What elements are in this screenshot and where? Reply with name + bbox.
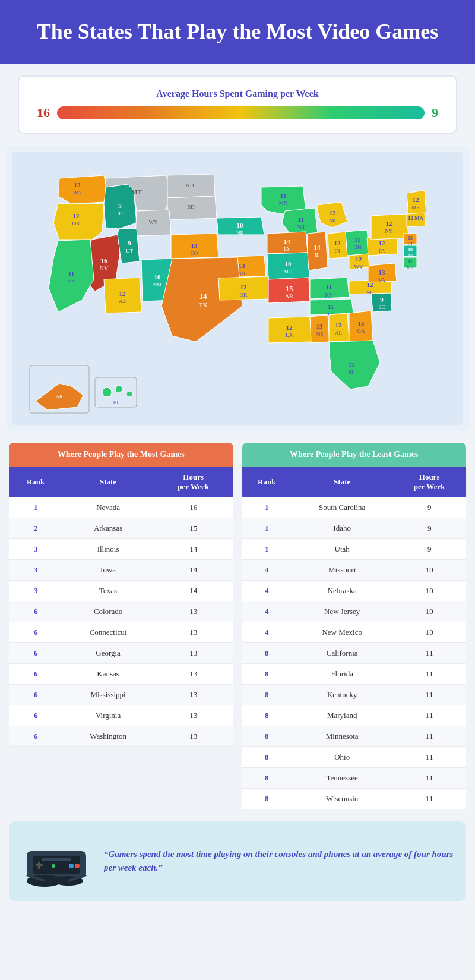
hours-cell: 14	[154, 580, 233, 601]
rank-cell: 4	[242, 601, 292, 622]
svg-text:GA: GA	[357, 328, 365, 334]
console-svg	[21, 833, 92, 887]
table-row: 1Idaho9	[242, 518, 467, 538]
hours-cell: 11	[392, 642, 466, 663]
most-games-table-block: Where People Play the Most Games Rank St…	[9, 443, 233, 809]
svg-text:11: 11	[326, 283, 332, 291]
svg-marker-1	[58, 175, 107, 204]
rank-cell: 3	[9, 538, 62, 559]
rank-cell: 8	[242, 705, 292, 726]
state-cell: Illinois	[62, 538, 154, 559]
svg-text:OK: OK	[240, 292, 248, 298]
svg-text:WI: WI	[297, 224, 305, 230]
table-row: 1South Carolina9	[242, 497, 467, 518]
rank-cell: 6	[9, 684, 62, 705]
svg-text:NV: NV	[100, 265, 109, 272]
state-cell: Florida	[292, 663, 392, 684]
svg-text:FL: FL	[349, 369, 355, 375]
least-games-title: Where People Play the Least Games	[242, 443, 467, 467]
state-cell: Kansas	[62, 663, 154, 684]
table-row: 8Florida11	[242, 663, 467, 684]
hours-cell: 9	[392, 497, 466, 518]
svg-text:UT: UT	[126, 248, 133, 254]
svg-text:12: 12	[119, 290, 126, 297]
svg-text:IA: IA	[284, 246, 290, 252]
svg-text:11: 11	[68, 270, 74, 278]
hours-cell: 10	[392, 601, 466, 622]
svg-text:12: 12	[330, 209, 337, 216]
state-cell: Georgia	[62, 642, 154, 663]
table-row: 8Minnesota11	[242, 726, 467, 746]
table-row: 8Ohio11	[242, 746, 467, 767]
map-section: 13 WA 12 OR 9 ID MT ND SD WY 16 NV 9 UT …	[6, 146, 469, 431]
us-map: 13 WA 12 OR 9 ID MT ND SD WY 16 NV 9 UT …	[12, 152, 463, 425]
legend-bar-row: 16 9	[37, 105, 438, 121]
rank-cell: 4	[242, 559, 292, 580]
state-cell: Nevada	[62, 497, 154, 518]
state-cell: New Mexico	[292, 622, 392, 642]
svg-text:IN: IN	[334, 248, 340, 254]
svg-text:16: 16	[100, 256, 109, 265]
table-row: 4Missouri10	[242, 559, 467, 580]
svg-text:12: 12	[413, 196, 420, 203]
svg-text:11: 11	[354, 236, 360, 243]
svg-text:VA: VA	[378, 277, 385, 283]
svg-text:NY: NY	[385, 228, 393, 234]
svg-text:ID: ID	[117, 210, 123, 216]
svg-text:MN: MN	[279, 200, 288, 206]
hours-cell: 11	[392, 705, 466, 726]
hours-cell: 13	[154, 642, 233, 663]
svg-text:SC: SC	[378, 304, 385, 310]
svg-text:13: 13	[239, 262, 246, 269]
svg-marker-45	[308, 232, 328, 270]
state-cell: Arkansas	[62, 518, 154, 538]
svg-text:OH: OH	[354, 244, 362, 250]
state-cell: California	[292, 642, 392, 663]
state-cell: South Carolina	[292, 497, 392, 518]
hours-cell: 15	[154, 518, 233, 538]
rank-cell: 6	[9, 642, 62, 663]
rank-cell: 6	[9, 622, 62, 642]
state-cell: Ohio	[292, 746, 392, 767]
rank-cell: 3	[9, 559, 62, 580]
svg-text:13: 13	[379, 269, 386, 276]
hours-cell: 11	[392, 684, 466, 705]
svg-text:14: 14	[284, 238, 291, 245]
hours-cell: 11	[392, 746, 466, 767]
most-table-header-row: Rank State Hoursper Week	[9, 467, 233, 497]
svg-text:11: 11	[328, 303, 334, 310]
rank-cell: 2	[9, 518, 62, 538]
state-cell: Kentucky	[292, 684, 392, 705]
state-cell: Maryland	[292, 705, 392, 726]
svg-text:11: 11	[280, 192, 286, 199]
hours-cell: 10	[392, 559, 466, 580]
state-cell: Wisconsin	[292, 788, 392, 809]
state-cell: Colorado	[62, 601, 154, 622]
svg-text:AR: AR	[285, 293, 293, 300]
table-row: 1Utah9	[242, 538, 467, 559]
svg-point-132	[102, 387, 112, 397]
svg-text:15: 15	[286, 284, 294, 293]
footer-section: “Gamers spend the most time playing on t…	[9, 821, 466, 901]
state-cell: Connecticut	[62, 622, 154, 642]
svg-text:13: 13	[316, 323, 324, 330]
least-table-header-row: Rank State Hoursper Week	[242, 467, 467, 497]
svg-text:HI: HI	[113, 400, 119, 405]
svg-text:TX: TX	[199, 301, 208, 308]
page-header: The States That Play the Most Video Game…	[0, 0, 475, 64]
table-row: 6Georgia13	[9, 642, 233, 663]
svg-text:13: 13	[191, 242, 198, 249]
most-table-body: 1Nevada162Arkansas153Illinois143Iowa143T…	[9, 497, 233, 747]
rank-cell: 8	[242, 642, 292, 663]
hours-cell: 10	[392, 580, 466, 601]
rank-cell: 8	[242, 767, 292, 788]
table-row: 6Virginia13	[9, 705, 233, 726]
svg-text:IL: IL	[315, 252, 320, 258]
most-col-state: State	[62, 467, 154, 497]
svg-text:12: 12	[73, 212, 80, 219]
legend-left-label: 16	[37, 105, 50, 121]
svg-text:14: 14	[314, 244, 321, 251]
hours-cell: 11	[392, 663, 466, 684]
svg-text:10: 10	[285, 260, 292, 267]
svg-text:9: 9	[380, 296, 384, 303]
